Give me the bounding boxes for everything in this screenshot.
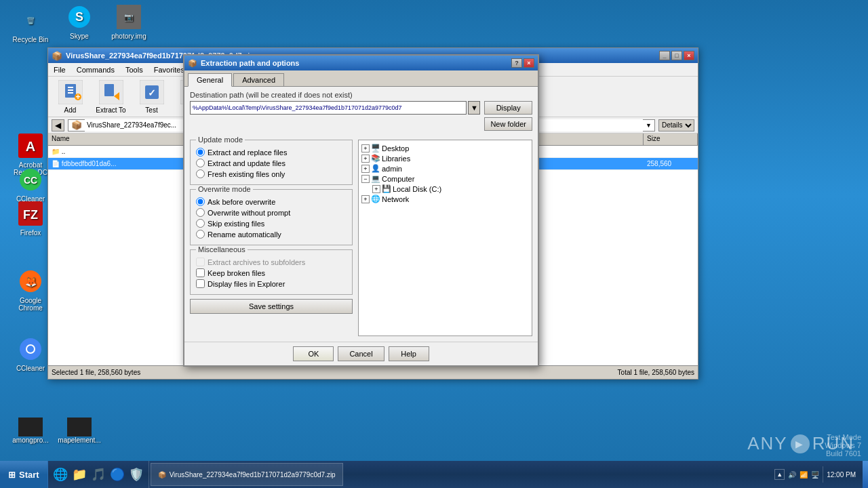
taskbar-media-icon[interactable]: 🎵 xyxy=(89,467,108,482)
menu-commands[interactable]: Commands xyxy=(71,64,120,75)
col-size[interactable]: Size xyxy=(644,134,698,145)
network-expand[interactable]: + xyxy=(361,195,370,203)
dialog-help-btn[interactable]: ? xyxy=(511,58,522,68)
toolbar-test[interactable]: ✓ Test xyxy=(133,79,170,114)
radio-fresh-only[interactable]: Fresh existing files only xyxy=(196,169,347,178)
desktop-icon-skype[interactable]: S Skype xyxy=(56,3,103,40)
tree-item-local-disk[interactable]: + 💾 Local Disk (C:) xyxy=(372,184,529,194)
cancel-btn[interactable]: Cancel xyxy=(338,346,384,361)
toolbar-add[interactable]: + Add xyxy=(52,79,89,114)
os-label: Windows 7 xyxy=(825,441,861,449)
extraction-dialog: 📦 Extraction path and options ? × Genera… xyxy=(183,54,539,367)
computer-tree-label: Computer xyxy=(382,175,414,183)
tab-general[interactable]: General xyxy=(188,73,232,87)
among-label: amongpro... xyxy=(12,436,48,444)
menu-tools[interactable]: Tools xyxy=(120,64,149,75)
tray-network-icon[interactable]: 📶 xyxy=(800,471,808,479)
taskbar: ⊞ Start 🌐 📁 🎵 🔵 🛡️ 📦 VirusShare_227934ea… xyxy=(0,461,868,488)
taskbar-explorer-icon[interactable]: 📁 xyxy=(70,467,89,482)
chrome-icon xyxy=(17,336,44,363)
svg-point-12 xyxy=(27,346,34,352)
close-btn[interactable]: × xyxy=(684,51,694,60)
test-mode-label: Test Mode xyxy=(825,433,861,441)
check-extract-subfolders[interactable]: Extract archives to subfolders xyxy=(196,258,347,266)
desktop-icon-among[interactable]: amongpro... xyxy=(7,418,54,444)
radio-extract-update[interactable]: Extract and update files xyxy=(196,159,347,167)
dest-path-input[interactable] xyxy=(190,101,467,115)
view-select[interactable]: Details xyxy=(658,119,694,131)
svg-text:🦊: 🦊 xyxy=(25,277,37,288)
windows-icon: ⊞ xyxy=(8,470,16,480)
svg-text:CC: CC xyxy=(24,175,37,186)
taskbar-ie-icon[interactable]: 🌐 xyxy=(51,467,70,482)
misc-label: Miscellaneous xyxy=(196,245,248,253)
desktop-icon-photo[interactable]: 📷 photory.img xyxy=(105,3,153,40)
svg-rect-15 xyxy=(68,87,73,88)
mapelement-label: mapelement... xyxy=(58,436,100,444)
filezilla-label: Firefox xyxy=(20,229,41,237)
update-mode-group: Update mode Extract and replace files Ex… xyxy=(190,140,353,185)
desktop-expand[interactable]: + xyxy=(361,144,370,152)
extract-icon xyxy=(98,79,125,105)
show-hidden-icon[interactable]: ▲ xyxy=(774,469,785,480)
libraries-expand[interactable]: + xyxy=(361,155,370,163)
toolbar-extract[interactable]: Extract To xyxy=(92,79,130,114)
tree-panel: + 🖥️ Desktop + 📚 Libraries + 👤 admi xyxy=(358,140,532,336)
svg-text:FZ: FZ xyxy=(23,208,38,222)
tree-item-admin[interactable]: + 👤 admin xyxy=(361,163,529,174)
misc-group: Miscellaneous Extract archives to subfol… xyxy=(190,249,353,295)
taskbar-winrar[interactable]: 📦 VirusShare_227934ea7f9ed1b717071d2a977… xyxy=(151,463,343,486)
tab-advanced[interactable]: Advanced xyxy=(233,73,284,86)
taskbar-chrome-icon[interactable]: 🔵 xyxy=(108,467,127,482)
tree-item-desktop[interactable]: + 🖥️ Desktop xyxy=(361,143,529,153)
tray-speaker-icon[interactable]: 🔊 xyxy=(788,471,796,479)
mapelement-icon xyxy=(67,418,92,436)
radio-ask-overwrite[interactable]: Ask before overwrite xyxy=(196,197,347,206)
taskbar-winrar-label: VirusShare_227934ea7f9ed1b717071d2a9779c… xyxy=(170,471,336,479)
check-display-explorer[interactable]: Display files in Explorer xyxy=(196,279,347,288)
tree-item-libraries[interactable]: + 📚 Libraries xyxy=(361,153,529,163)
tray-action-center[interactable]: 🖥️ xyxy=(811,471,819,479)
display-btn[interactable]: Display xyxy=(484,101,532,115)
dest-dropdown-btn[interactable]: ▼ xyxy=(468,101,480,115)
computer-tree-icon: 💻 xyxy=(371,174,380,183)
desktop-icon-recycle[interactable]: 🗑️ Recycle Bin xyxy=(7,7,54,43)
radio-skip-existing[interactable]: Skip existing files xyxy=(196,219,347,228)
test-icon: ✓ xyxy=(138,79,165,105)
radio-extract-replace[interactable]: Extract and replace files xyxy=(196,148,347,157)
dest-path-label: Destination path (will be created if doe… xyxy=(190,91,532,99)
start-button[interactable]: ⊞ Start xyxy=(0,461,48,488)
ok-btn[interactable]: OK xyxy=(293,346,334,361)
save-settings-btn[interactable]: Save settings xyxy=(190,299,353,314)
radio-overwrite-no-prompt[interactable]: Overwrite without prompt xyxy=(196,208,347,217)
new-folder-btn[interactable]: New folder xyxy=(484,117,532,131)
left-panel: Update mode Extract and replace files Ex… xyxy=(190,140,353,336)
radio-rename-auto[interactable]: Rename automatically xyxy=(196,230,347,239)
back-btn[interactable]: ◀ xyxy=(52,119,64,131)
skype-icon: S xyxy=(66,3,93,30)
chrome-label: CCleaner xyxy=(16,365,45,372)
admin-expand[interactable]: + xyxy=(361,165,370,173)
restore-btn[interactable]: □ xyxy=(671,51,682,60)
tree-item-computer[interactable]: − 💻 Computer xyxy=(361,174,529,184)
svg-text:✓: ✓ xyxy=(148,87,156,98)
taskbar-winrar-icon: 📦 xyxy=(158,471,166,479)
show-desktop-btn[interactable] xyxy=(863,461,868,488)
tree-item-network[interactable]: + 🌐 Network xyxy=(361,194,529,204)
check-keep-broken[interactable]: Keep broken files xyxy=(196,268,347,277)
update-mode-label: Update mode xyxy=(196,136,245,144)
minimize-btn[interactable]: _ xyxy=(659,51,670,60)
address-arrow: ▼ xyxy=(646,122,652,129)
desktop-icon-mapelement[interactable]: mapelement... xyxy=(56,418,103,444)
computer-expand[interactable]: − xyxy=(361,175,370,183)
photo-label: photory.img xyxy=(111,33,146,40)
help-btn[interactable]: Help xyxy=(389,346,429,361)
network-tree-label: Network xyxy=(382,195,409,203)
taskbar-security-icon[interactable]: 🛡️ xyxy=(127,467,146,482)
skype-label: Skype xyxy=(70,33,89,40)
build-label: Build 7601 xyxy=(825,449,861,458)
menu-file[interactable]: File xyxy=(48,64,71,75)
dialog-close-btn[interactable]: × xyxy=(524,58,534,68)
svg-text:A: A xyxy=(26,139,35,154)
local-disk-expand[interactable]: + xyxy=(372,185,380,193)
